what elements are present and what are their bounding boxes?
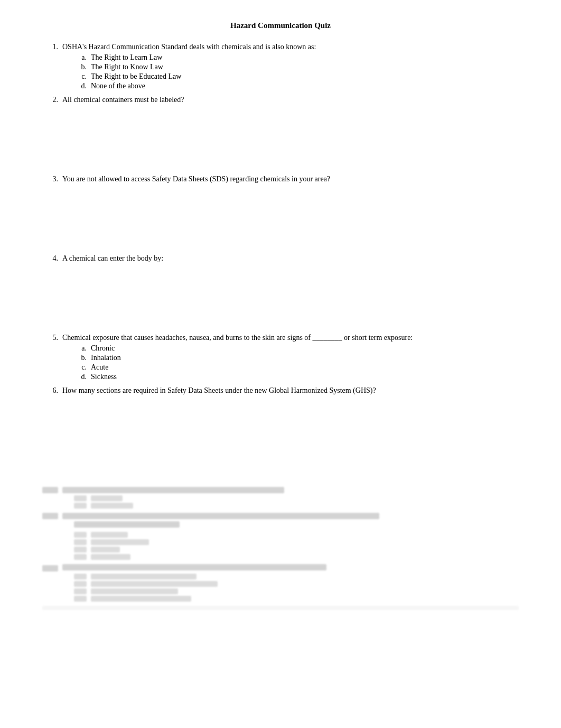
option-5d: d. Sickness xyxy=(74,373,519,381)
option-5d-text: Sickness xyxy=(91,373,117,381)
option-1c: c. The Right to be Educated Law xyxy=(74,72,519,81)
option-5c-text: Acute xyxy=(91,363,108,372)
question-2-answer-space xyxy=(42,106,519,170)
question-1-options: a. The Right to Learn Law b. The Right t… xyxy=(74,53,519,90)
option-1a-letter: a. xyxy=(74,53,87,62)
option-1a-text: The Right to Learn Law xyxy=(91,53,162,62)
question-3-text: You are not allowed to access Safety Dat… xyxy=(62,175,519,183)
question-6-number: 6. xyxy=(42,386,58,395)
question-3-number: 3. xyxy=(42,175,58,183)
question-4-answer-space xyxy=(42,265,519,328)
blurred-question-7 xyxy=(42,487,519,509)
option-1d-text: None of the above xyxy=(91,82,145,90)
question-6-row: 6. How many sections are required in Saf… xyxy=(42,386,519,395)
quiz-container: Hazard Communication Quiz 1. OSHA's Haza… xyxy=(42,21,519,610)
question-list: 1. OSHA's Hazard Communication Standard … xyxy=(42,43,519,482)
question-5-number: 5. xyxy=(42,334,58,342)
question-1-text: OSHA's Hazard Communication Standard dea… xyxy=(62,43,519,51)
question-6-text: How many sections are required in Safety… xyxy=(62,386,519,395)
blurred-question-9 xyxy=(42,564,519,602)
question-5-options: a. Chronic b. Inhalation c. Acute d. Sic… xyxy=(74,344,519,381)
question-5-row: 5. Chemical exposure that causes headach… xyxy=(42,334,519,342)
option-1a: a. The Right to Learn Law xyxy=(74,53,519,62)
option-5c: c. Acute xyxy=(74,363,519,372)
question-4: 4. A chemical can enter the body by: xyxy=(42,254,519,328)
question-2-row: 2. All chemical containers must be label… xyxy=(42,96,519,104)
question-2-text: All chemical containers must be labeled? xyxy=(62,96,519,104)
option-1b: b. The Right to Know Law xyxy=(74,63,519,71)
option-5c-letter: c. xyxy=(74,363,87,372)
blurred-question-8 xyxy=(42,513,519,560)
question-1-number: 1. xyxy=(42,43,58,51)
question-1: 1. OSHA's Hazard Communication Standard … xyxy=(42,43,519,90)
option-1b-letter: b. xyxy=(74,63,87,71)
question-5-text: Chemical exposure that causes headaches,… xyxy=(62,334,519,342)
page-title: Hazard Communication Quiz xyxy=(42,21,519,30)
option-1c-text: The Right to be Educated Law xyxy=(91,72,181,81)
question-3: 3. You are not allowed to access Safety … xyxy=(42,175,519,249)
option-5a-letter: a. xyxy=(74,344,87,353)
option-1d-letter: d. xyxy=(74,82,87,90)
option-1d: d. None of the above xyxy=(74,82,519,90)
option-5b-letter: b. xyxy=(74,354,87,362)
question-1-row: 1. OSHA's Hazard Communication Standard … xyxy=(42,43,519,51)
blurred-section xyxy=(42,487,519,610)
question-6-answer-space xyxy=(42,397,519,482)
option-5a: a. Chronic xyxy=(74,344,519,353)
option-5a-text: Chronic xyxy=(91,344,115,353)
question-5: 5. Chemical exposure that causes headach… xyxy=(42,334,519,381)
option-1c-letter: c. xyxy=(74,72,87,81)
question-2-number: 2. xyxy=(42,96,58,104)
question-2: 2. All chemical containers must be label… xyxy=(42,96,519,170)
question-4-text: A chemical can enter the body by: xyxy=(62,254,519,263)
question-3-answer-space xyxy=(42,186,519,249)
option-5d-letter: d. xyxy=(74,373,87,381)
option-5b: b. Inhalation xyxy=(74,354,519,362)
question-4-number: 4. xyxy=(42,254,58,263)
option-1b-text: The Right to Know Law xyxy=(91,63,163,71)
question-6: 6. How many sections are required in Saf… xyxy=(42,386,519,482)
question-4-row: 4. A chemical can enter the body by: xyxy=(42,254,519,263)
question-3-row: 3. You are not allowed to access Safety … xyxy=(42,175,519,183)
option-5b-text: Inhalation xyxy=(91,354,121,362)
